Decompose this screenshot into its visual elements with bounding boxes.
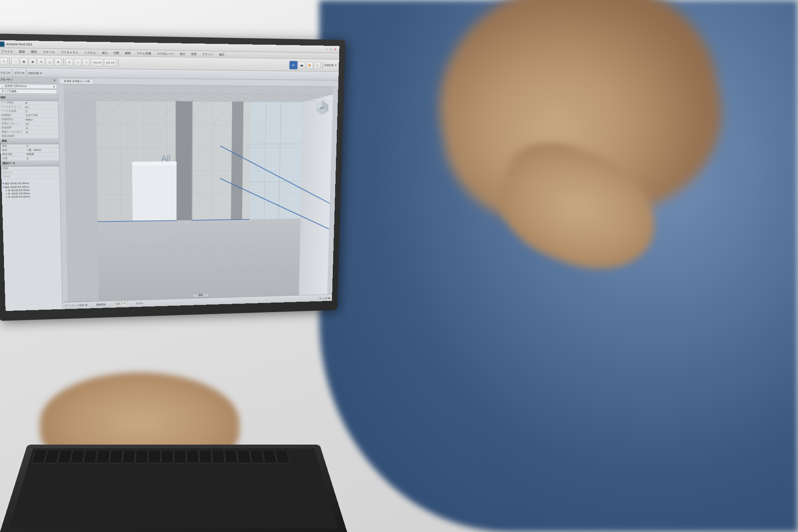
label-image: 画像: [3, 167, 26, 170]
key[interactable]: [199, 451, 212, 463]
label-comment: コメント: [3, 171, 26, 174]
value-offset: 0.0: [25, 106, 56, 109]
row-cross: 構造体素材: [0, 134, 59, 138]
key[interactable]: [109, 451, 122, 463]
constraint-section: 制約 ベース制約 1F ベースオフセット 0.0 ベースを拡張 ☐ 先端制約: [0, 95, 59, 138]
tree-item-5[interactable]: ▸ 壁: 基本壁 汎用 305mm: [6, 195, 59, 199]
key[interactable]: [224, 451, 238, 463]
menu-view[interactable]: 表示: [178, 52, 186, 56]
menu-annotate[interactable]: 注釈: [112, 51, 120, 55]
keyboard-grid: [9, 449, 338, 529]
key[interactable]: [83, 451, 97, 463]
scale-bar: ← 概略 →: [192, 293, 209, 298]
menu-mass[interactable]: マスと外構: [136, 51, 152, 55]
status-click-hint: クリックして追加: 壁: [65, 303, 88, 307]
row-unconnected: 未接続高さ 4000.0: [0, 118, 58, 122]
tb-walk[interactable]: 🚶: [314, 61, 321, 69]
tb-btn-10[interactable]: 寸法 175: [91, 58, 103, 66]
label-ext: ベースを拡張: [1, 110, 24, 113]
key[interactable]: [122, 451, 135, 463]
key[interactable]: [96, 451, 110, 463]
tb-btn-8[interactable]: |: [74, 58, 81, 66]
key[interactable]: [262, 451, 277, 463]
key[interactable]: [135, 451, 148, 463]
structural-section: 構造 構造 ☐ 材料 一般 - 305mm 構造用途 非負荷 外壁: [0, 138, 59, 161]
svg-rect-50: [249, 102, 303, 220]
constraint-header: 制約: [0, 95, 58, 101]
view-cube[interactable]: 前面: [313, 97, 332, 117]
value-related: ☑: [26, 131, 57, 133]
menu-collaborate[interactable]: コラボレート: [156, 51, 175, 56]
menu-manage[interactable]: 管理: [190, 52, 198, 56]
row-room-bounding: 部屋境界 ☑: [0, 126, 59, 131]
tb-btn-2[interactable]: ▦: [20, 57, 28, 65]
tb-camera[interactable]: 📷: [298, 61, 306, 69]
key[interactable]: [174, 451, 186, 463]
menu-analyze[interactable]: 解析: [124, 51, 132, 55]
status-building-type: 建物系統: [96, 303, 106, 307]
row-exterior: 外壁 ☑: [1, 156, 59, 161]
menu-systems[interactable]: システム: [83, 50, 97, 55]
dim-label: 寸法 175: [0, 71, 10, 75]
menu-modify[interactable]: 修正: [218, 52, 226, 57]
toolbar-select[interactable]: ↖: [0, 57, 8, 65]
properties-close[interactable]: ✕: [53, 79, 56, 82]
room-svg: Ail: [58, 84, 338, 309]
key[interactable]: [186, 451, 199, 463]
close-icon[interactable]: ✕: [334, 48, 336, 51]
row-top-constraint: 先端制約 上まで (2F): [0, 113, 58, 118]
tb-btn-9[interactable]: ⌇: [82, 58, 90, 66]
tb-3d-view[interactable]: 3D: [289, 60, 298, 69]
tb-btn-6[interactable]: ⊕: [54, 58, 62, 65]
status-separator3: |: [131, 303, 132, 305]
value-material: 一般 - 305mm: [26, 149, 57, 152]
label-use: 構造用途: [2, 153, 26, 156]
status-icon-2[interactable]: △: [322, 297, 324, 299]
tb-btn-5[interactable]: △: [45, 58, 53, 65]
tb-btn-3[interactable]: ◨: [29, 57, 37, 65]
label-struct: 構造: [2, 144, 26, 147]
key[interactable]: [57, 451, 72, 463]
key[interactable]: [250, 451, 264, 463]
type-selector[interactable]: ⬜ 基本壁 汎用 305mm ▼: [0, 84, 57, 89]
value-room: ☑: [26, 127, 57, 129]
status-icon-4[interactable]: ◉: [328, 297, 330, 299]
tb-btn-11[interactable]: 文字 175: [104, 59, 117, 66]
tb-render[interactable]: 🎨: [306, 61, 313, 69]
svg-text:前面: 前面: [320, 107, 323, 109]
menu-file[interactable]: ファイル: [0, 49, 14, 53]
value-unconn: 4000.0: [26, 118, 57, 121]
tb-btn-1[interactable]: ⬜: [11, 57, 19, 65]
label-top-offset: 先端オフセット: [1, 122, 25, 125]
status-icon-1[interactable]: ⊡: [320, 297, 322, 299]
status-elevation[interactable]: 標高 0 ▼: [115, 302, 127, 307]
menu-architecture[interactable]: 建築: [18, 49, 26, 54]
edit-type-btn[interactable]: タイプを編集...: [0, 89, 57, 94]
minimize-icon[interactable]: ─: [326, 48, 328, 51]
tree-label-1: 建築: 基本壁 汎用 305mm: [5, 182, 29, 184]
viewport-tab-label[interactable]: 多用途 多用途カメラ面: [60, 78, 93, 83]
key[interactable]: [275, 451, 290, 463]
svg-rect-44: [176, 101, 192, 221]
tb-btn-7[interactable]: A: [65, 58, 73, 66]
tb-btn-4[interactable]: ⊡: [37, 58, 45, 65]
key[interactable]: [237, 451, 251, 463]
tree-dot-2: ●: [2, 186, 4, 188]
menu-structure[interactable]: 構造: [30, 49, 38, 54]
tree-label-2: 建築: 基本壁 汎用 305mm: [5, 186, 29, 188]
tree-label-5: 壁: 基本壁 汎用 305mm: [8, 196, 30, 198]
key[interactable]: [148, 451, 161, 463]
menu-insert[interactable]: 挿入: [101, 51, 109, 55]
maximize-icon[interactable]: □: [330, 48, 332, 51]
menu-addins[interactable]: アドイン: [201, 52, 215, 57]
key[interactable]: [212, 451, 225, 463]
status-icon-3[interactable]: ⊕: [325, 297, 327, 299]
svg-marker-3: [299, 94, 333, 302]
row-related: 関連レベルに従う ☑: [0, 130, 59, 134]
menu-steel[interactable]: スチール: [41, 50, 56, 54]
value-mark: [27, 176, 58, 177]
key[interactable]: [70, 451, 85, 463]
property-type-area: ⬜ 基本壁 汎用 305mm ▼ タイプを編集...: [0, 83, 58, 95]
key[interactable]: [161, 451, 173, 463]
menu-precast[interactable]: プリキャスト: [59, 50, 80, 54]
